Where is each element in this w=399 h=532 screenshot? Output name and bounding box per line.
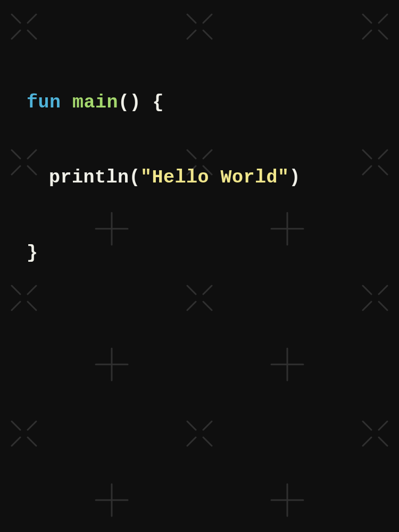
svg-line-31 xyxy=(12,302,20,310)
code-snippet: fun main() { println("Hello World") } xyxy=(0,0,399,292)
watermark-x-icon xyxy=(356,415,394,452)
watermark-plus-icon xyxy=(269,481,306,519)
code-line-1: fun main() { xyxy=(27,90,372,115)
svg-line-54 xyxy=(379,421,387,430)
identifier-println: println xyxy=(49,167,129,188)
svg-line-49 xyxy=(203,437,212,446)
function-name-main: main xyxy=(72,92,118,113)
string-literal: "Hello World" xyxy=(140,167,289,188)
svg-line-51 xyxy=(187,437,196,446)
watermark-plus-icon xyxy=(93,346,130,383)
keyword-fun: fun xyxy=(27,92,61,113)
svg-line-39 xyxy=(363,302,371,310)
svg-line-47 xyxy=(12,437,20,446)
code-line-2: println("Hello World") xyxy=(27,165,372,190)
svg-line-45 xyxy=(28,437,36,446)
brace-close: } xyxy=(27,243,38,264)
watermark-x-icon xyxy=(5,415,43,452)
svg-line-55 xyxy=(363,437,371,446)
svg-line-37 xyxy=(379,302,387,310)
parentheses: () xyxy=(118,92,141,113)
svg-line-53 xyxy=(379,437,387,446)
brace-open: { xyxy=(153,92,164,113)
svg-line-50 xyxy=(203,421,212,430)
watermark-plus-icon xyxy=(93,481,130,519)
paren-close: ) xyxy=(289,167,301,188)
watermark-plus-icon xyxy=(269,346,306,383)
svg-line-33 xyxy=(203,302,212,310)
svg-line-48 xyxy=(187,421,196,430)
svg-line-44 xyxy=(12,421,20,430)
svg-line-29 xyxy=(28,302,36,310)
watermark-x-icon xyxy=(181,415,218,452)
svg-line-46 xyxy=(28,421,36,430)
svg-line-35 xyxy=(187,302,196,310)
svg-line-52 xyxy=(363,421,371,430)
paren-open: ( xyxy=(129,167,141,188)
code-line-3: } xyxy=(27,241,372,266)
